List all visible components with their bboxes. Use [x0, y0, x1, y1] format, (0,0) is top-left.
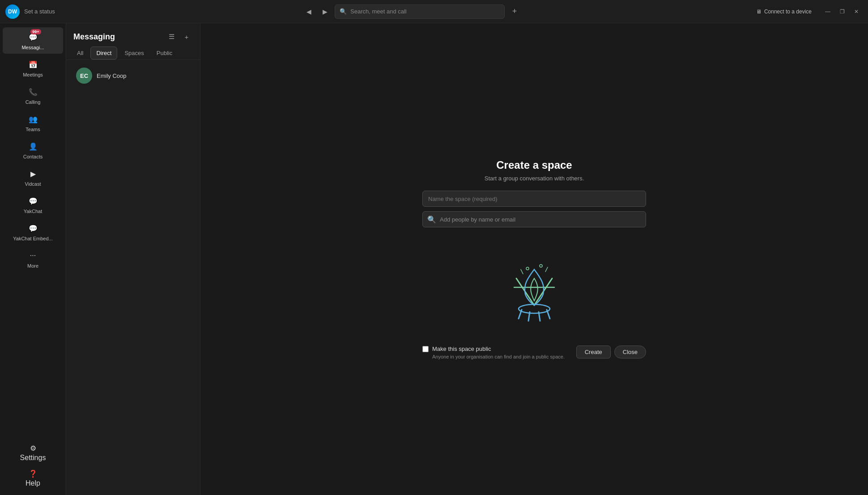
messaging-icon: 💬 99+: [27, 31, 39, 43]
yakchat-embed-icon: 💬: [27, 222, 39, 235]
contacts-icon: 👤: [27, 140, 39, 153]
sidebar: 💬 99+ Messagi... 📅 Meetings 📞 Calling 👥 …: [0, 23, 66, 495]
space-footer: Make this space public Anyone in your or…: [422, 346, 646, 359]
titlebar-center: ◀ ▶ 🔍 Search, meet and call +: [95, 4, 728, 19]
compose-button[interactable]: +: [180, 30, 193, 43]
sidebar-item-more[interactable]: ··· More: [3, 246, 63, 272]
sidebar-item-messaging[interactable]: 💬 99+ Messagi...: [3, 27, 63, 54]
calling-icon: 📞: [27, 85, 39, 98]
panel-header: Messaging ☰ +: [66, 23, 200, 47]
svg-point-4: [540, 265, 542, 267]
app-avatar[interactable]: DW: [5, 4, 20, 19]
campfire-illustration: [489, 243, 579, 332]
restore-button[interactable]: ❐: [836, 5, 848, 18]
middle-panel: Messaging ☰ + All Direct Spaces Public E…: [66, 23, 200, 495]
svg-point-3: [526, 267, 529, 270]
teams-icon: 👥: [27, 113, 39, 125]
sidebar-item-help[interactable]: ❓ Help: [3, 466, 63, 491]
status-text[interactable]: Set a status: [24, 8, 55, 15]
sidebar-item-teams[interactable]: 👥 Teams: [3, 109, 63, 136]
create-space-title: Create a space: [496, 159, 572, 171]
close-button[interactable]: ✕: [850, 5, 863, 18]
messaging-badge: 99+: [30, 29, 41, 34]
sidebar-item-label: Messagi...: [21, 45, 44, 50]
sidebar-item-label: Contacts: [23, 154, 43, 159]
public-checkbox-area: Make this space public Anyone in your or…: [422, 346, 565, 359]
contact-list: EC Emily Coop: [66, 62, 200, 90]
more-icon: ···: [27, 249, 39, 262]
yakchat-icon: 💬: [27, 195, 39, 207]
connect-device-label: Connect to a device: [764, 9, 812, 15]
svg-line-6: [545, 267, 548, 272]
search-bar[interactable]: 🔍 Search, meet and call: [335, 4, 505, 19]
window-controls: — ❐ ✕: [821, 5, 863, 18]
contact-item[interactable]: EC Emily Coop: [69, 64, 197, 87]
sidebar-item-label: YakChat Embed...: [13, 236, 52, 241]
sidebar-item-label: YakChat: [24, 209, 42, 214]
tab-direct[interactable]: Direct: [90, 47, 117, 60]
sidebar-item-calling[interactable]: 📞 Calling: [3, 82, 63, 108]
svg-line-5: [521, 269, 523, 274]
people-input[interactable]: [440, 216, 641, 223]
contact-name: Emily Coop: [97, 73, 126, 79]
create-space-panel: Create a space Start a group conversatio…: [422, 159, 646, 359]
sidebar-item-label: Meetings: [23, 72, 43, 77]
action-buttons: Create Close: [576, 346, 646, 358]
checkbox-label: Make this space public: [432, 346, 491, 352]
sidebar-item-label: Help: [26, 479, 40, 487]
main-layout: 💬 99+ Messagi... 📅 Meetings 📞 Calling 👥 …: [0, 23, 868, 495]
titlebar: DW Set a status ◀ ▶ 🔍 Search, meet and c…: [0, 0, 868, 23]
help-icon: ❓: [29, 469, 38, 478]
sidebar-item-vidcast[interactable]: ▶ Vidcast: [3, 164, 63, 190]
search-placeholder: Search, meet and call: [350, 8, 407, 15]
vidcast-icon: ▶: [27, 167, 39, 180]
forward-button[interactable]: ▶: [319, 5, 331, 18]
sidebar-item-contacts[interactable]: 👤 Contacts: [3, 137, 63, 163]
contact-avatar: EC: [76, 68, 92, 84]
panel-actions: ☰ +: [165, 30, 193, 43]
minimize-button[interactable]: —: [821, 5, 834, 18]
sidebar-item-yakchat-embed[interactable]: 💬 YakChat Embed...: [3, 218, 63, 245]
close-space-button[interactable]: Close: [614, 346, 646, 358]
back-button[interactable]: ◀: [302, 5, 315, 18]
create-space-subtitle: Start a group conversation with others.: [485, 175, 584, 182]
titlebar-left: DW Set a status: [5, 4, 95, 19]
sidebar-item-label: Settings: [20, 454, 46, 462]
sidebar-item-label: Vidcast: [25, 181, 41, 187]
public-description: Anyone in your organisation can find and…: [422, 354, 565, 359]
sidebar-item-meetings[interactable]: 📅 Meetings: [3, 55, 63, 81]
sidebar-item-yakchat[interactable]: 💬 YakChat: [3, 191, 63, 218]
meetings-icon: 📅: [27, 58, 39, 71]
connect-device-icon: 🖥: [756, 9, 762, 15]
tab-public[interactable]: Public: [151, 47, 178, 60]
sidebar-item-settings[interactable]: ⚙ Settings: [3, 440, 63, 465]
space-name-input[interactable]: [422, 191, 646, 207]
sidebar-item-label: Calling: [26, 99, 41, 105]
tab-spaces[interactable]: Spaces: [119, 47, 149, 60]
add-button[interactable]: +: [508, 5, 521, 18]
sidebar-bottom: ⚙ Settings ❓ Help: [0, 440, 66, 491]
public-checkbox[interactable]: [422, 346, 429, 352]
titlebar-right: 🖥 Connect to a device — ❐ ✕: [728, 5, 863, 18]
tab-bar: All Direct Spaces Public: [66, 47, 200, 60]
people-input-wrapper[interactable]: 🔍: [422, 211, 646, 227]
sidebar-item-label: More: [27, 263, 38, 269]
people-search-icon: 🔍: [427, 215, 436, 224]
settings-icon: ⚙: [30, 444, 36, 452]
tab-all[interactable]: All: [72, 47, 89, 60]
sidebar-item-label: Teams: [26, 127, 40, 132]
search-icon: 🔍: [340, 8, 347, 15]
create-button[interactable]: Create: [576, 346, 611, 358]
filter-button[interactable]: ☰: [165, 30, 178, 43]
panel-title: Messaging: [73, 32, 115, 42]
checkbox-row: Make this space public: [422, 346, 565, 352]
main-content: Create a space Start a group conversatio…: [200, 23, 868, 495]
connect-device-button[interactable]: 🖥 Connect to a device: [752, 7, 816, 17]
